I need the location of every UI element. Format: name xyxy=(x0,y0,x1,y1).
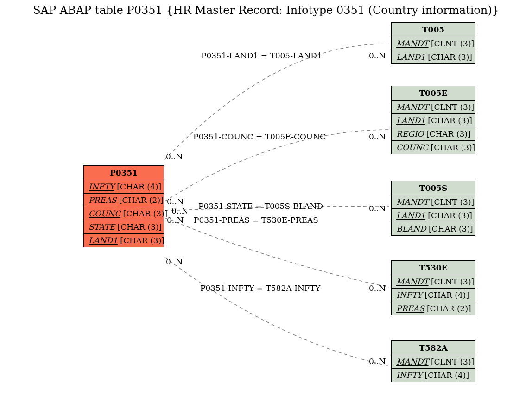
field-row: PREAS [CHAR (2)] xyxy=(84,194,164,207)
field-type: [CLNT (3)] xyxy=(431,102,474,112)
field-type: [CLNT (3)] xyxy=(431,277,474,286)
entity-t005s: T005S MANDT [CLNT (3)] LAND1 [CHAR (3)] … xyxy=(391,181,475,236)
field-type: [CHAR (4)] xyxy=(424,371,469,380)
cardinality-label: 0..N xyxy=(167,215,184,225)
entity-header: T530E xyxy=(392,261,475,275)
field-name: INFTY xyxy=(396,290,422,300)
field-name: COUNC xyxy=(396,143,428,152)
field-type: [CHAR (3)] xyxy=(123,209,168,218)
field-name: LAND1 xyxy=(396,211,425,220)
field-type: [CHAR (2)] xyxy=(119,195,164,205)
field-row: LAND1 [CHAR (3)] xyxy=(392,209,475,222)
entity-t005: T005 MANDT [CLNT (3)] LAND1 [CHAR (3)] xyxy=(391,22,475,64)
entity-p0351: P0351 INFTY [CHAR (4)] PREAS [CHAR (2)] … xyxy=(83,165,164,247)
cardinality-label: 0..N xyxy=(369,132,386,141)
field-row: MANDT [CLNT (3)] xyxy=(392,195,475,209)
cardinality-label: 0..N xyxy=(369,283,386,293)
entity-header: T005E xyxy=(392,86,475,101)
entity-header: T582A xyxy=(392,341,475,355)
field-name: BLAND xyxy=(396,224,426,233)
field-type: [CHAR (3)] xyxy=(426,129,471,138)
field-row: MANDT [CLNT (3)] xyxy=(392,275,475,289)
field-name: PREAS xyxy=(396,304,424,313)
cardinality-label: 0..N xyxy=(166,152,183,161)
field-name: MANDT xyxy=(396,197,429,207)
field-type: [CHAR (4)] xyxy=(424,290,469,300)
entity-t530e: T530E MANDT [CLNT (3)] INFTY [CHAR (4)] … xyxy=(391,260,475,315)
field-type: [CHAR (3)] xyxy=(120,236,165,245)
cardinality-label: 0..N xyxy=(171,206,189,215)
edge-label: P0351-PREAS = T530E-PREAS xyxy=(194,215,318,225)
cardinality-label: 0..N xyxy=(369,357,386,366)
edge-label: P0351-LAND1 = T005-LAND1 xyxy=(201,51,322,60)
field-type: [CLNT (3)] xyxy=(431,39,474,48)
field-type: [CLNT (3)] xyxy=(431,357,474,366)
field-name: MANDT xyxy=(396,39,429,48)
field-type: [CHAR (3)] xyxy=(118,222,162,232)
field-row: BLAND [CHAR (3)] xyxy=(392,222,475,235)
field-name: MANDT xyxy=(396,277,429,286)
field-row: INFTY [CHAR (4)] xyxy=(392,289,475,302)
cardinality-label: 0..N xyxy=(369,51,386,60)
field-name: PREAS xyxy=(89,195,117,205)
cardinality-label: 0..N xyxy=(166,257,183,266)
field-type: [CHAR (3)] xyxy=(429,224,473,233)
field-type: [CLNT (3)] xyxy=(431,197,474,207)
field-row: MANDT [CLNT (3)] xyxy=(392,101,475,114)
field-name: LAND1 xyxy=(396,52,425,62)
field-type: [CHAR (4)] xyxy=(117,182,161,191)
cardinality-label: 0..N xyxy=(167,197,184,206)
field-row: STATE [CHAR (3)] xyxy=(84,220,164,234)
field-name: REGIO xyxy=(396,129,424,138)
field-name: INFTY xyxy=(396,371,422,380)
field-type: [CHAR (3)] xyxy=(428,52,472,62)
field-row: MANDT [CLNT (3)] xyxy=(392,355,475,369)
field-type: [CHAR (3)] xyxy=(431,143,475,152)
field-row: LAND1 [CHAR (3)] xyxy=(392,50,475,63)
edge-label: P0351-STATE = T005S-BLAND xyxy=(198,201,323,211)
entity-header: T005S xyxy=(392,181,475,195)
entity-header: P0351 xyxy=(84,166,164,180)
field-row: COUNC [CHAR (3)] xyxy=(84,207,164,220)
entity-t005e: T005E MANDT [CLNT (3)] LAND1 [CHAR (3)] … xyxy=(391,86,475,154)
field-name: LAND1 xyxy=(396,116,425,125)
field-row: LAND1 [CHAR (3)] xyxy=(392,114,475,127)
entity-header: T005 xyxy=(392,23,475,37)
field-row: INFTY [CHAR (4)] xyxy=(84,180,164,194)
field-name: STATE xyxy=(89,222,115,232)
field-row: MANDT [CLNT (3)] xyxy=(392,37,475,50)
field-type: [CHAR (2)] xyxy=(427,304,471,313)
cardinality-label: 0..N xyxy=(369,204,386,213)
field-type: [CHAR (3)] xyxy=(428,116,472,125)
field-row: REGIO [CHAR (3)] xyxy=(392,127,475,141)
diagram-title: SAP ABAP table P0351 {HR Master Record: … xyxy=(0,4,532,17)
edge-label: P0351-COUNC = T005E-COUNC xyxy=(193,132,326,141)
field-row: PREAS [CHAR (2)] xyxy=(392,302,475,315)
field-row: LAND1 [CHAR (3)] xyxy=(84,234,164,247)
field-name: LAND1 xyxy=(89,236,118,245)
field-name: MANDT xyxy=(396,357,429,366)
field-type: [CHAR (3)] xyxy=(428,211,472,220)
field-name: INFTY xyxy=(89,182,114,191)
field-name: MANDT xyxy=(396,102,429,112)
field-row: INFTY [CHAR (4)] xyxy=(392,369,475,382)
edge-label: P0351-INFTY = T582A-INFTY xyxy=(200,283,320,293)
field-row: COUNC [CHAR (3)] xyxy=(392,141,475,154)
field-name: COUNC xyxy=(89,209,120,218)
entity-t582a: T582A MANDT [CLNT (3)] INFTY [CHAR (4)] xyxy=(391,340,475,382)
